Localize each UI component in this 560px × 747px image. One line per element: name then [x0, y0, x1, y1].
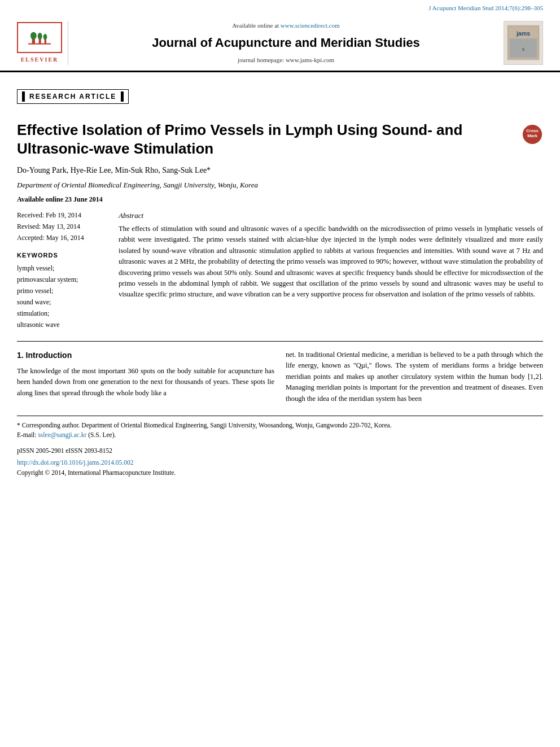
intro-left-col: 1. Introduction The knowledge of the mos…: [17, 350, 274, 404]
abstract-col: Abstract The effects of stimulation with…: [119, 210, 543, 331]
received-date: Received: Feb 19, 2014: [17, 210, 107, 220]
svg-text:Mark: Mark: [527, 133, 538, 138]
footnote-corresponding: * Corresponding author. Department of Or…: [17, 421, 543, 430]
doi-line: http://dx.doi.org/10.1016/j.jams.2014.05…: [17, 457, 543, 468]
journal-title: Journal of Acupuncture and Meridian Stud…: [152, 33, 420, 52]
left-accent: [22, 91, 25, 102]
keyword-4: sound wave;: [17, 297, 107, 307]
footnote-email-note: (S.S. Lee).: [88, 431, 116, 438]
article-title: Effective Isolation of Primo Vessels in …: [17, 121, 513, 159]
left-metadata-col: Received: Feb 19, 2014 Revised: May 13, …: [17, 210, 107, 331]
svg-text:S: S: [522, 47, 525, 51]
svg-point-3: [38, 33, 42, 40]
keyword-3: primo vessel;: [17, 286, 107, 296]
article-type-text: RESEARCH ARTICLE: [29, 91, 116, 102]
journal-center: Available online at www.sciencedirect.co…: [74, 21, 498, 65]
keywords-list: lymph vessel; primovascular system; prim…: [17, 263, 107, 330]
intro-heading: 1. Introduction: [17, 350, 274, 361]
introduction-section: 1. Introduction The knowledge of the mos…: [17, 350, 543, 404]
right-accent: [121, 91, 124, 102]
abstract-section: Received: Feb 19, 2014 Revised: May 13, …: [17, 210, 543, 331]
journal-header: ELSEVIER Available online at www.science…: [0, 15, 560, 72]
sciencedirect-link[interactable]: www.sciencedirect.com: [281, 22, 340, 29]
footnote-email-link[interactable]: sslee@sangji.ac.kr: [38, 431, 86, 438]
keywords-label: KEYWORDS: [17, 251, 107, 260]
accepted-date: Accepted: May 16, 2014: [17, 233, 107, 243]
footer-info: pISSN 2005-2901 eISSN 2093-8152 http://d…: [17, 445, 543, 478]
svg-point-1: [30, 32, 37, 40]
journal-reference: J Acupunct Meridian Stud 2014;7(6):298–3…: [0, 0, 560, 15]
crossmark-icon: Cross Mark: [522, 124, 543, 145]
jams-logo: jams S: [504, 21, 543, 65]
elsevier-logo: ELSEVIER: [17, 21, 68, 65]
article-type-label: RESEARCH ARTICLE: [17, 89, 129, 104]
footnote-email-line: E-mail: sslee@sangji.ac.kr (S.S. Lee).: [17, 430, 543, 440]
intro-right-text: net. In traditional Oriental medicine, a…: [286, 350, 543, 404]
svg-rect-6: [28, 43, 51, 45]
section-divider: [17, 341, 543, 342]
crossmark-badge[interactable]: Cross Mark: [522, 124, 543, 145]
available-online-date: Available online 23 June 2014: [17, 194, 543, 204]
elsevier-text: ELSEVIER: [21, 55, 59, 64]
issn-line: pISSN 2005-2901 eISSN 2093-8152: [17, 445, 543, 456]
authors: Do-Young Park, Hye-Rie Lee, Min-Suk Rho,…: [17, 164, 543, 176]
journal-homepage: journal homepage: www.jams-kpi.com: [238, 55, 334, 65]
intro-left-text: The knowledge of the most important 360 …: [17, 366, 274, 399]
article-title-row: Effective Isolation of Primo Vessels in …: [17, 121, 543, 159]
keyword-5: stimulation;: [17, 308, 107, 318]
revised-date: Revised: May 13, 2014: [17, 221, 107, 231]
journal-ref-text: J Acupunct Meridian Stud 2014;7(6):298–3…: [428, 5, 543, 11]
footnote-email-label: E-mail:: [17, 431, 37, 438]
footnote-section: * Corresponding author. Department of Or…: [17, 416, 543, 440]
jams-logo-image: jams S: [507, 24, 540, 61]
available-online-header: Available online at www.sciencedirect.co…: [232, 21, 340, 30]
elsevier-logo-box: [17, 22, 62, 53]
abstract-text: The effects of stimulation with sound an…: [119, 224, 543, 300]
elsevier-tree-icon: [28, 29, 51, 45]
keyword-1: lymph vessel;: [17, 263, 107, 273]
keyword-2: primovascular system;: [17, 274, 107, 285]
svg-text:jams: jams: [516, 30, 530, 37]
keyword-6: ultrasonic wave: [17, 320, 107, 330]
affiliation: Department of Oriental Biomedical Engine…: [17, 180, 543, 191]
svg-point-5: [43, 34, 47, 40]
main-content: RESEARCH ARTICLE Effective Isolation of …: [0, 80, 560, 478]
copyright-line: Copyright © 2014, International Pharmaco…: [17, 468, 543, 478]
dates-box: Received: Feb 19, 2014 Revised: May 13, …: [17, 210, 107, 243]
doi-link[interactable]: http://dx.doi.org/10.1016/j.jams.2014.05…: [17, 459, 133, 466]
abstract-title: Abstract: [119, 210, 543, 221]
intro-right-col: net. In traditional Oriental medicine, a…: [286, 350, 543, 404]
